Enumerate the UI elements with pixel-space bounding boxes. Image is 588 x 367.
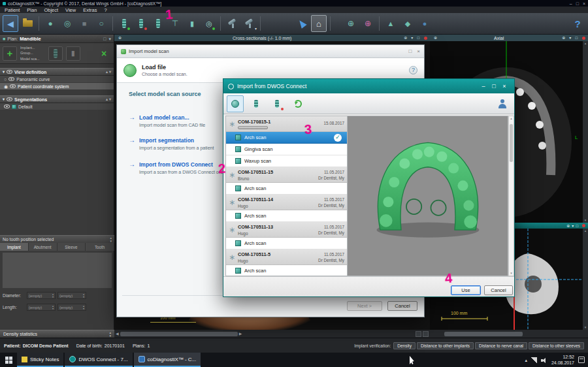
menu-item-object[interactable]: Object xyxy=(44,7,58,13)
menu-item-view[interactable]: View xyxy=(65,7,76,13)
segmentation-button[interactable] xyxy=(76,15,92,32)
scroll-down-icon[interactable] xyxy=(510,272,512,275)
scroll-right-icon[interactable] xyxy=(239,332,242,336)
tooth-panel-header[interactable]: No tooth position selected xyxy=(0,235,114,243)
scroll-up-icon[interactable] xyxy=(585,229,587,232)
wizard-close-icon[interactable] xyxy=(417,49,420,54)
scroll-down-icon[interactable] xyxy=(585,326,587,329)
axial-header[interactable]: Axial xyxy=(430,35,588,41)
refresh-button[interactable] xyxy=(289,95,306,112)
view-record-icon[interactable] xyxy=(424,37,427,40)
close-icon[interactable] xyxy=(583,1,585,6)
order-row[interactable]: COM-170511-15Bruno 11.05.2017Dr Dentist,… xyxy=(226,167,347,183)
drill-options-button[interactable] xyxy=(241,15,257,32)
sagittal-scrollbar[interactable] xyxy=(583,229,588,330)
menu-item-plan[interactable]: Plan xyxy=(27,7,37,13)
right-hscrollbar[interactable] xyxy=(430,330,588,338)
view-t-icon[interactable] xyxy=(562,36,565,40)
sync-button[interactable] xyxy=(423,331,429,337)
view-maximize-icon[interactable] xyxy=(576,224,578,228)
segmentation-item-default[interactable]: Default xyxy=(0,103,114,110)
dwos-minimize-icon[interactable] xyxy=(478,82,489,91)
pin-down-icon[interactable] xyxy=(109,97,111,101)
layout-button[interactable] xyxy=(416,331,421,337)
model-scan-button[interactable] xyxy=(201,15,217,32)
add-annotation-button[interactable] xyxy=(360,15,376,32)
stepper-down-icon[interactable] xyxy=(83,296,84,298)
pin-down-icon[interactable] xyxy=(109,70,111,74)
verify-distance-sleeves[interactable]: Distance to other sleeves xyxy=(529,342,584,349)
add-implant-button[interactable] xyxy=(116,15,132,32)
diameter-field-1[interactable]: (empty) xyxy=(27,292,56,299)
wizard-cancel-button[interactable]: Cancel xyxy=(387,301,417,311)
speaker-icon[interactable] xyxy=(541,357,547,363)
dwos-scrollbar[interactable] xyxy=(508,116,514,276)
pin-up-icon[interactable] xyxy=(106,97,108,101)
dwos-cancel-button[interactable]: Cancel xyxy=(484,285,513,295)
view-record-icon[interactable] xyxy=(582,37,585,40)
select-cursor-button[interactable] xyxy=(294,15,310,32)
dwos-maximize-icon[interactable] xyxy=(489,82,499,91)
view-item-panoramic-curve[interactable]: Panoramic curve xyxy=(0,76,114,83)
tray-expand-icon[interactable] xyxy=(525,358,527,362)
scroll-thumb[interactable] xyxy=(120,332,238,336)
panoramic-curve-button[interactable] xyxy=(93,15,109,32)
help-button[interactable] xyxy=(570,15,585,32)
scan-row[interactable]: Arch scan xyxy=(226,183,347,195)
view-menu-icon[interactable] xyxy=(411,36,413,40)
view-definition-header[interactable]: View definition xyxy=(0,68,114,76)
order-row[interactable]: COM-170511-14Hugo 11.05.2017Dr Dentist, … xyxy=(226,195,347,210)
length-field-2[interactable]: (empty) xyxy=(57,304,86,311)
scan-row[interactable]: Gingiva scan xyxy=(226,144,347,155)
model-scan-tab-button[interactable] xyxy=(227,95,244,112)
diameter-field-2[interactable]: (empty) xyxy=(57,292,86,299)
dwos-close-icon[interactable] xyxy=(499,82,510,91)
taskbar-sticky-notes[interactable]: Sticky Notes xyxy=(17,353,63,367)
back-button[interactable] xyxy=(3,15,18,32)
next-button[interactable]: Next > xyxy=(347,301,382,311)
eye-icon[interactable] xyxy=(8,77,14,81)
stepper-down-icon[interactable] xyxy=(52,296,54,298)
wizard-help-icon[interactable] xyxy=(409,66,417,74)
tray-time[interactable]: 12:52 xyxy=(563,354,574,360)
view-settings-icon[interactable] xyxy=(566,224,570,228)
user-settings-button[interactable] xyxy=(494,95,511,112)
center-hscrollbar[interactable] xyxy=(114,330,430,338)
notification-center-icon[interactable] xyxy=(578,357,585,363)
remove-implant-button[interactable] xyxy=(133,15,149,32)
length-field-1[interactable]: (empty) xyxy=(27,304,56,311)
verify-density[interactable]: Density xyxy=(393,342,416,349)
add-object-button[interactable] xyxy=(3,46,17,61)
order-row[interactable]: COM-170815-1 15.08.2017 xyxy=(226,116,347,132)
tab-abutment[interactable]: Abutment xyxy=(29,243,57,251)
view-record-icon[interactable] xyxy=(582,224,585,227)
menu-item-patient[interactable]: Patient xyxy=(5,7,20,13)
scan-row[interactable]: Arch scan xyxy=(226,265,347,276)
home-layout-button[interactable] xyxy=(311,15,327,32)
view-maximize-icon[interactable] xyxy=(417,36,419,40)
axial-scrollbar[interactable] xyxy=(583,41,588,223)
plan-list-icon[interactable] xyxy=(103,37,106,41)
sleeve-tool-button[interactable] xyxy=(66,46,80,61)
wizard-title-bar[interactable]: Import model scan xyxy=(117,45,424,58)
new-item-implant[interactable]: Implant... xyxy=(20,45,40,51)
plan-name[interactable]: Mandible xyxy=(20,36,41,42)
delete-plan-button[interactable] xyxy=(97,46,111,61)
scan-row-selected[interactable]: Arch scan xyxy=(226,132,347,144)
open-folder-button[interactable] xyxy=(20,15,35,32)
tab-implant[interactable]: Implant xyxy=(0,243,29,251)
scan-row[interactable]: Waxup scan xyxy=(226,155,347,167)
scroll-thumb[interactable] xyxy=(510,124,513,162)
view-menu-icon[interactable] xyxy=(569,36,571,40)
panel-down-icon[interactable] xyxy=(110,240,112,243)
view-menu-icon[interactable] xyxy=(572,224,574,228)
scroll-up-icon[interactable] xyxy=(510,117,512,120)
view-item-patient-coordinate-system[interactable]: Patient coordinate system xyxy=(0,83,114,90)
density-statistics-bar[interactable]: Density statistics xyxy=(0,330,114,338)
scroll-thumb[interactable] xyxy=(444,332,523,336)
use-button[interactable]: Use xyxy=(451,285,481,295)
eye-icon[interactable] xyxy=(4,104,10,108)
menu-item-help[interactable]: ? xyxy=(104,7,106,13)
drill-template-button[interactable] xyxy=(224,15,240,32)
network-icon[interactable] xyxy=(531,357,537,363)
